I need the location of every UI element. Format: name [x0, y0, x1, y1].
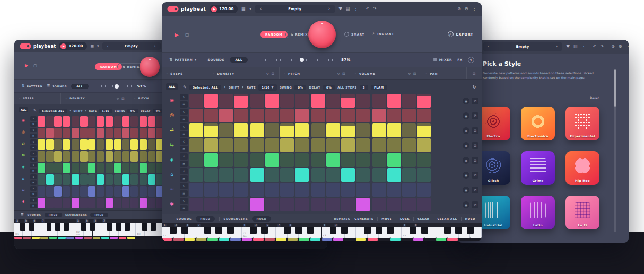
step-cell[interactable] — [387, 94, 401, 108]
step-cell[interactable] — [417, 94, 431, 108]
style-tile-latin[interactable]: Latin — [521, 196, 555, 229]
piano-black-key[interactable] — [81, 223, 86, 231]
solo-button[interactable]: S — [30, 198, 37, 202]
step-cell[interactable] — [46, 128, 54, 138]
random-button[interactable]: RANDOM — [260, 31, 288, 38]
slider-thumb[interactable] — [300, 58, 304, 62]
mute-button[interactable]: M — [30, 122, 37, 127]
step-cell[interactable] — [63, 198, 70, 208]
row-dice-icon[interactable]: ⚂ — [472, 187, 478, 193]
key-number-tab[interactable]: 1 — [163, 224, 167, 227]
slider-thumb[interactable] — [115, 84, 119, 89]
step-cell[interactable] — [80, 139, 88, 150]
step-cell[interactable] — [341, 123, 355, 137]
step-cell[interactable] — [38, 151, 45, 162]
step-cell[interactable] — [204, 153, 218, 167]
step-cell[interactable] — [204, 168, 218, 182]
footer-button-clear[interactable]: CLEAR — [417, 217, 429, 220]
step-cell[interactable] — [140, 139, 147, 150]
dice-icon[interactable]: ⚂ — [413, 72, 416, 75]
step-cell[interactable] — [250, 198, 264, 211]
piano-black-key[interactable] — [455, 227, 462, 234]
piano-black-key[interactable] — [341, 227, 348, 234]
solo-button[interactable]: S — [180, 168, 188, 174]
mute-button[interactable]: M — [30, 204, 37, 208]
eye-icon[interactable]: ◉ — [463, 201, 469, 208]
eye-icon[interactable]: ◉ — [463, 187, 469, 193]
step-cell[interactable] — [250, 168, 264, 182]
step-cell[interactable] — [54, 198, 62, 208]
solo-button[interactable]: S — [180, 183, 188, 189]
step-cell[interactable] — [97, 186, 104, 197]
piano-black-key[interactable] — [261, 227, 268, 234]
preset-selector[interactable]: ‹ Empty › — [102, 42, 161, 50]
step-cell[interactable] — [372, 168, 386, 182]
step-cell[interactable] — [97, 116, 104, 127]
pan-lane-tab[interactable]: ◦PAN — [421, 67, 467, 79]
pattern-tab[interactable]: ⇅ PATTERN — [22, 84, 43, 88]
step-cell[interactable] — [219, 198, 233, 211]
piano-black-key[interactable] — [387, 227, 394, 234]
step-cell[interactable] — [326, 94, 340, 108]
step-cell[interactable] — [356, 168, 370, 182]
step-cell[interactable] — [63, 151, 70, 162]
style-tile-experimental[interactable]: Experimental — [565, 107, 599, 140]
step-cell[interactable] — [326, 138, 340, 152]
step-cell[interactable] — [72, 151, 79, 162]
step-cell[interactable] — [88, 116, 95, 127]
step-cell[interactable] — [38, 116, 45, 127]
step-cell[interactable] — [295, 198, 309, 211]
step-cell[interactable] — [114, 151, 121, 162]
play-icon[interactable]: ▶ — [211, 6, 217, 12]
step-cell[interactable] — [280, 138, 294, 152]
step-cell[interactable] — [140, 128, 147, 138]
step-cell[interactable] — [114, 186, 121, 197]
step-cell[interactable] — [295, 153, 309, 167]
chevron-left-icon[interactable]: ‹ — [224, 85, 226, 90]
style-tile-hip-hop[interactable]: Hip Hop — [565, 151, 599, 185]
bpm-display[interactable]: ▶ 120.00 — [210, 5, 238, 13]
mute-button[interactable]: M — [180, 161, 188, 167]
step-cell[interactable] — [72, 163, 79, 173]
step-cell[interactable] — [63, 186, 70, 197]
step-cell[interactable] — [148, 174, 155, 185]
solo-button[interactable]: S — [180, 94, 188, 100]
step-cell[interactable] — [130, 174, 138, 185]
step-cell[interactable] — [295, 94, 309, 108]
piano-black-key[interactable] — [90, 223, 95, 231]
step-cell[interactable] — [372, 183, 386, 197]
step-cell[interactable] — [72, 174, 79, 185]
all-steps-value[interactable]: 3 — [360, 85, 368, 90]
mute-button[interactable]: M — [180, 116, 188, 122]
step-cell[interactable] — [38, 174, 45, 185]
steps-lane-tab[interactable]: ◦STEPS — [14, 93, 61, 104]
step-cell[interactable] — [54, 174, 62, 185]
step-cell[interactable] — [148, 198, 155, 208]
step-cell[interactable] — [219, 153, 233, 167]
scrollbar-thumb[interactable] — [614, 69, 616, 107]
step-cell[interactable] — [234, 109, 248, 122]
step-cell[interactable] — [265, 138, 279, 152]
step-cell[interactable] — [88, 186, 95, 197]
bpm-value[interactable]: 120.00 — [219, 7, 233, 11]
footer-button-lock[interactable]: LOCK — [400, 217, 410, 220]
step-cell[interactable] — [280, 198, 294, 211]
mixer-button[interactable]: ▦ MIXER — [433, 58, 452, 62]
track-icon-8[interactable]: ✱ — [170, 197, 174, 211]
step-cell[interactable] — [106, 128, 113, 138]
step-cell[interactable] — [372, 138, 386, 152]
key-number-tab[interactable]: 1 — [243, 224, 247, 227]
step-cell[interactable] — [387, 198, 401, 211]
step-cell[interactable] — [114, 174, 121, 185]
piano-black-key[interactable] — [227, 227, 234, 234]
key-number-tab[interactable]: 3 — [174, 224, 178, 227]
step-cell[interactable] — [88, 151, 95, 162]
step-cell[interactable] — [54, 151, 62, 162]
step-cell[interactable] — [148, 186, 155, 197]
piano-black-key[interactable] — [107, 223, 112, 231]
step-cell[interactable] — [265, 109, 279, 122]
step-cell[interactable] — [80, 186, 88, 197]
step-cell[interactable] — [204, 183, 218, 197]
kebab-menu-icon[interactable]: ⋮ — [626, 45, 629, 49]
track-icon-3[interactable]: ⇄ — [170, 122, 174, 137]
